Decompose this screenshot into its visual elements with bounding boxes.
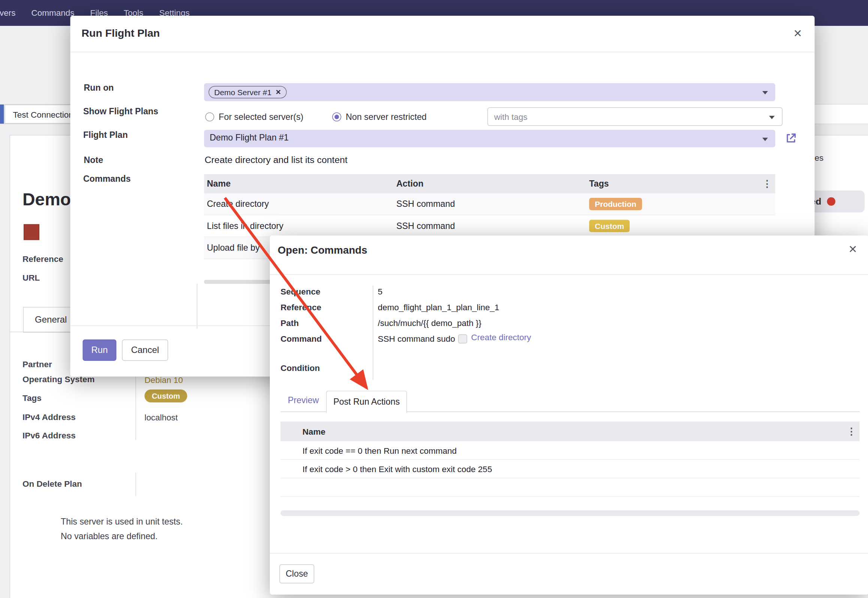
radio-for-selected-servers-label[interactable]: For selected server(s) [219,112,304,122]
cell-name: List files in directory [204,221,397,231]
run-modal-header: Run Flight Plan ✕ [70,16,815,52]
flight-plan-description: Create directory and list its content [205,155,347,166]
with-tags-select[interactable]: with tags [488,108,783,126]
cell-tags: Production [589,198,775,210]
sequence-value: 5 [378,287,383,296]
path-label: Path [281,318,299,328]
tags-label: Tags [22,393,42,403]
tags-custom-badge[interactable]: Custom [145,390,187,403]
server-heading: Demo [22,190,71,210]
run-button[interactable]: Run [83,339,117,361]
radio-non-server-restricted[interactable] [332,112,341,121]
col-header-name[interactable]: Name [204,179,397,189]
command-checkbox[interactable] [458,335,467,344]
note-label: Note [84,155,103,165]
flight-plan-field[interactable]: Demo Flight Plan #1 [204,130,775,148]
command-label: Command [281,334,322,344]
table-row[interactable]: If exit code == 0 then Run next command [281,441,860,460]
create-directory-link[interactable]: Create directory [471,332,531,342]
condition-label: Condition [281,363,320,373]
open-commands-modal: Open: Commands ✕ Sequence 5 Reference de… [270,236,868,595]
on-delete-plan-label: On Delete Plan [22,479,82,489]
horizontal-scrollbar[interactable] [281,510,860,516]
cell-action: SSH command [397,221,590,231]
chevron-down-icon [762,91,768,94]
close-icon[interactable]: ✕ [849,244,858,255]
close-button[interactable]: Close [280,564,314,583]
status-stopped-dot-icon [827,197,836,206]
sequence-label: Sequence [281,287,320,296]
table-header-row: Name Action Tags ⋮ [204,174,775,193]
post-run-actions-table: Name ⋮ If exit code == 0 then Run next c… [281,422,860,497]
table-row-empty [281,478,860,497]
remove-tag-icon[interactable]: ✕ [275,88,281,96]
unit-test-note-line2: No variables are defined. [61,531,157,541]
commands-modal-footer: Close [270,553,868,595]
show-flight-plans-row: For selected server(s) Non server restri… [204,108,775,127]
table-row[interactable]: List files in directory SSH command Cust… [204,215,775,238]
external-link-icon[interactable] [785,132,797,145]
reference-label: Reference [22,254,63,264]
unit-test-note-line1: This server is used in unit tests. [61,517,183,527]
show-flight-plans-label: Show Flight Plans [83,106,158,117]
run-on-field[interactable]: Demo Server #1 ✕ [204,83,775,101]
label-value-divider [373,286,374,380]
url-label: URL [22,273,40,283]
with-tags-placeholder: with tags [494,112,528,122]
server-tag-chip[interactable]: Demo Server #1 ✕ [209,86,287,99]
reference-label: Reference [281,302,322,312]
clipped-right-text: es [815,153,824,163]
server-color-swatch[interactable] [24,224,39,240]
run-on-label: Run on [84,83,114,93]
tab-preview[interactable]: Preview [288,395,319,405]
cell-action: SSH command [397,199,590,209]
radio-for-selected-servers[interactable] [205,112,214,121]
cancel-button[interactable]: Cancel [122,339,168,361]
reference-value: demo_flight_plan_1_plan_line_1 [378,302,499,312]
column-divider [197,284,198,329]
nav-item-servers[interactable]: Servers [0,0,24,26]
table-row[interactable]: If exit code > 0 then Exit with custom e… [281,460,860,478]
flight-plan-value: Demo Flight Plan #1 [210,133,289,143]
tag-badge-custom: Custom [589,220,630,232]
radio-non-server-restricted-label[interactable]: Non server restricted [346,112,427,122]
col-header-name[interactable]: Name [302,427,325,437]
run-modal-title: Run Flight Plan [82,27,160,39]
table-header-row: Name ⋮ [281,422,860,441]
col-header-tags[interactable]: Tags [589,179,775,189]
chevron-down-icon [769,115,775,119]
commands-label: Commands [83,174,131,184]
field-divider-2 [136,473,136,496]
ipv6-label: IPv6 Address [22,431,76,440]
cell-name: Create directory [204,199,397,209]
close-icon[interactable]: ✕ [793,28,802,39]
server-tag-label: Demo Server #1 [214,88,272,97]
col-header-action[interactable]: Action [397,179,590,189]
tab-post-run-actions[interactable]: Post Run Actions [326,391,407,413]
ipv4-value: localhost [145,413,178,422]
new-button-fragment[interactable] [0,105,4,124]
tag-badge-production: Production [589,198,642,210]
screen: Servers Commands Files Tools Settings Te… [0,0,868,598]
chevron-down-icon [762,138,768,141]
command-value: SSH command sudo [378,334,455,344]
path-value: /such/much/{{ demo_path }} [378,318,481,328]
ipv4-label: IPv4 Address [22,412,76,422]
partner-label: Partner [22,359,52,369]
commands-modal-header: Open: Commands ✕ [270,236,868,275]
column-options-icon[interactable]: ⋮ [762,178,772,190]
cell-tags: Custom [589,220,775,232]
commands-modal-title: Open: Commands [278,244,367,256]
flight-plan-label: Flight Plan [83,130,128,140]
table-row[interactable]: Create directory SSH command Production [204,193,775,215]
column-options-icon[interactable]: ⋮ [847,426,856,438]
